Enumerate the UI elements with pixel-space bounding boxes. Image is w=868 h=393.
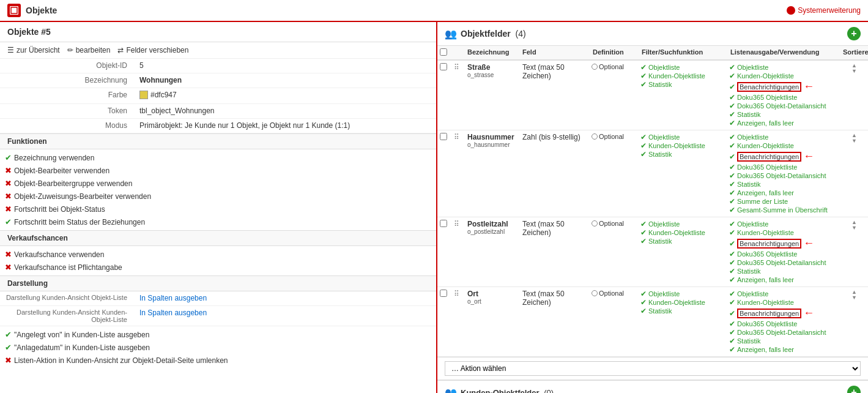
ort-list-1: ✔ Objektliste — [729, 290, 839, 298]
app-logo — [7, 4, 21, 17]
ort-code: o_ort — [467, 298, 517, 305]
move-fields-button[interactable]: ⇄ Felder verschieben — [117, 46, 188, 54]
select-all-checkbox[interactable] — [440, 48, 447, 56]
field-row-ort: ⠿ Ort o_ort Text (max 50 Zeichen) Option… — [437, 287, 868, 357]
action-select[interactable]: … Aktion wählen — [445, 361, 861, 376]
main-layout: Objekte #5 ☰ zur Übersicht ✏ bearbeiten … — [0, 22, 868, 393]
strasse-checkbox[interactable] — [440, 63, 447, 70]
strasse-type: Text (max 50 Zeichen) — [520, 61, 590, 130]
action-bar: … Aktion wählen — [437, 357, 868, 380]
strasse-checkbox-cell — [437, 61, 453, 130]
darst-item-1: ✔ "Angelegt von" in Kunden-Liste ausgebe… — [5, 328, 431, 341]
darst-label-1: Darstellung Kunden-Ansicht Objekt-Liste — [0, 291, 135, 305]
plz-sort: ▲ ▼ — [840, 217, 868, 286]
darst-item-2: ✔ "Anlagedatum" in Kunden-Liste ausgeben — [5, 341, 431, 354]
strasse-list-1: ✔ Objektliste — [729, 63, 839, 72]
token-value: tbl_object_Wohnungen — [135, 104, 436, 118]
field-row-postleitzahl: ⠿ Postleitzahl o_postleitzahl Text (max … — [437, 217, 868, 287]
overview-button[interactable]: ☰ zur Übersicht — [7, 46, 60, 54]
overview-label: zur Übersicht — [17, 46, 60, 54]
strasse-definition: Optional — [590, 61, 639, 130]
sort-down-icon-2: ▼ — [842, 138, 867, 144]
plz-list-5: ✔ Doku365 Objekt-Detailansicht — [729, 258, 839, 267]
strasse-sort-arrows[interactable]: ▲ ▼ — [842, 63, 867, 74]
column-headers: Bezeichnung Feld Definition Filter/Suchf… — [437, 46, 868, 61]
radio-circle — [592, 64, 598, 70]
plz-handle[interactable]: ⠿ — [453, 217, 465, 286]
bezeichnung-value: Wohnungen — [135, 73, 436, 88]
add-field-button[interactable]: + — [847, 27, 861, 40]
funktionen-items: ✔ Bezeichnung verwenden ✖ Objekt-Bearbei… — [0, 149, 436, 230]
col-filter: Filter/Suchfunktion — [639, 46, 728, 59]
plz-benach-highlight: Benachrichtigungen — [737, 239, 801, 249]
plz-list-1: ✔ Objektliste — [729, 220, 839, 228]
pencil-icon: ✏ — [67, 46, 73, 54]
hausnummer-list-1: ✔ Objektliste — [729, 133, 839, 141]
hausnummer-list-2: ✔ Kunden-Objektliste — [729, 141, 839, 150]
col-definition: Definition — [590, 46, 639, 59]
plz-benachrichtigungen: ✔ Benachrichtigungen ← — [729, 237, 839, 250]
check-icon-1: ✔ — [5, 153, 12, 162]
darstellung-row-2: Darstellung Kunden-Ansicht Kunden-Objekt… — [0, 306, 436, 326]
col-handle-space — [453, 46, 465, 59]
ort-list-4: ✔ Doku365 Objektliste — [729, 320, 839, 328]
strasse-filter-2: ✔ Kunden-Objektliste — [640, 72, 727, 80]
func-label-3: Objekt-Bearbeitergruppe verwenden — [14, 179, 132, 188]
add-kunden-field-button[interactable]: + — [847, 386, 861, 393]
ort-listusg: ✔ Objektliste ✔ Kunden-Objektliste ✔ Ben… — [728, 287, 840, 356]
edit-label: bearbeiten — [76, 46, 111, 54]
plz-name: Postleitzahl o_postleitzahl — [465, 217, 520, 286]
color-box — [139, 91, 148, 99]
check-icon-d2: ✔ — [5, 343, 12, 352]
ort-sort: ▲ ▼ — [840, 287, 868, 356]
left-toolbar: ☰ zur Übersicht ✏ bearbeiten ⇄ Felder ve… — [0, 42, 436, 59]
hausnummer-checkbox[interactable] — [440, 133, 447, 140]
col-sortieren: Sortieren — [840, 46, 868, 59]
ort-sort-arrows[interactable]: ▲ ▼ — [842, 290, 867, 301]
ort-filter-1: ✔ Objektliste — [640, 290, 727, 298]
left-panel-title: Objekte #5 — [7, 27, 51, 37]
plz-sort-arrows[interactable]: ▲ ▼ — [842, 220, 867, 231]
ort-handle[interactable]: ⠿ — [453, 287, 465, 356]
radio-circle-4 — [592, 290, 598, 296]
list-icon: ☰ — [7, 46, 14, 54]
vc-item-1: ✖ Verkaufschance verwenden — [5, 248, 431, 261]
plz-filter-2: ✔ Kunden-Objektliste — [640, 228, 727, 237]
plz-filter: ✔ Objektliste ✔ Kunden-Objektliste ✔ Sta… — [639, 217, 728, 286]
plz-title: Postleitzahl — [467, 220, 508, 228]
ort-title: Ort — [467, 290, 478, 298]
hausnummer-handle[interactable]: ⠿ — [453, 130, 465, 217]
strasse-benachrichtigungen: ✔ Benachrichtigungen ← — [729, 80, 839, 93]
plz-code: o_postleitzahl — [467, 228, 517, 235]
vc-label-2: Verkaufschance ist Pflichtangabe — [14, 263, 122, 272]
arrow-2: ← — [803, 150, 814, 163]
strasse-handle[interactable]: ⠿ — [453, 61, 465, 130]
funktionen-header: Funktionen — [0, 133, 436, 149]
col-listenausgabe: Listenausgabe/Verwendung — [728, 46, 840, 59]
info-row-token: Token tbl_object_Wohnungen — [0, 104, 436, 119]
sort-down-icon-4: ▼ — [842, 295, 867, 301]
plz-list-2: ✔ Kunden-Objektliste — [729, 228, 839, 237]
func-label-5: Fortschritt bei Objekt-Status — [14, 205, 105, 214]
edit-button[interactable]: ✏ bearbeiten — [67, 46, 111, 54]
func-item-6: ✔ Fortschritt beim Status der Beziehunge… — [5, 215, 431, 228]
id-value: 5 — [135, 59, 436, 73]
ort-checkbox[interactable] — [440, 290, 447, 297]
col-checkbox — [437, 46, 453, 59]
farbe-label: Farbe — [0, 88, 135, 103]
plz-checkbox[interactable] — [440, 220, 447, 227]
func-label-6: Fortschritt beim Status der Beziehungen — [14, 218, 145, 226]
darstellung-items: ✔ "Angelegt von" in Kunden-Liste ausgebe… — [0, 326, 436, 369]
sort-down-icon: ▼ — [842, 69, 867, 74]
darst-value-2: In Spalten ausgeben — [135, 306, 436, 326]
system-extension-link[interactable]: Systemerweiterung — [787, 6, 861, 15]
ort-checkbox-cell — [437, 287, 453, 356]
hausnummer-sort-arrows[interactable]: ▲ ▼ — [842, 133, 867, 144]
fields-icon: 👥 — [445, 28, 457, 40]
strasse-filter: ✔ Objektliste ✔ Kunden-Objektliste ✔ Sta… — [639, 61, 728, 130]
strasse-list-5: ✔ Doku365 Objekt-Detailansicht — [729, 102, 839, 110]
darst-value-1: In Spalten ausgeben — [135, 291, 436, 305]
ort-benachrichtigungen: ✔ Benachrichtigungen ← — [729, 307, 839, 320]
func-label-4: Objekt-Zuweisungs-Bearbeiter verwenden — [14, 192, 151, 201]
plz-checkbox-cell — [437, 217, 453, 286]
